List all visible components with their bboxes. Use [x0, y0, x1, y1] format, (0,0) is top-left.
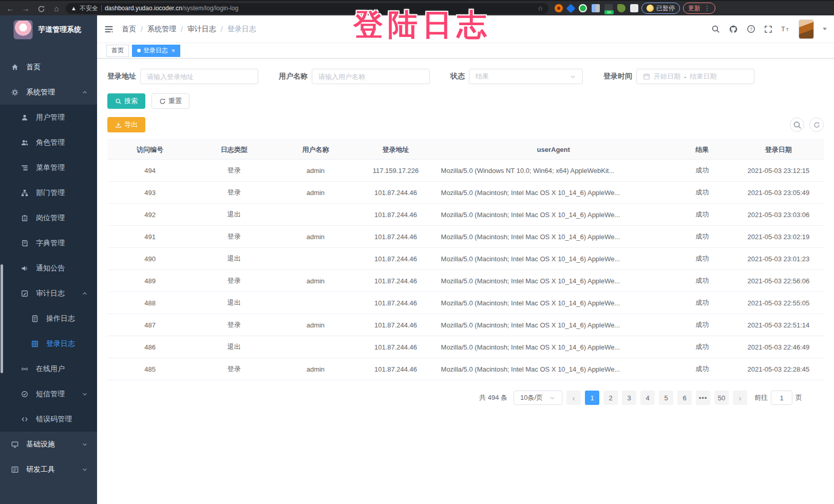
browser-forward-icon[interactable]: →: [20, 4, 32, 13]
sidebar-item-5[interactable]: 部门管理: [0, 180, 97, 205]
sidebar-item-2[interactable]: 用户管理: [0, 105, 97, 130]
topbar: 首页/系统管理/审计日志/登录日志 ? TT: [97, 15, 834, 43]
sidebar-item-3[interactable]: 角色管理: [0, 130, 97, 155]
close-icon[interactable]: ×: [172, 47, 175, 54]
sidebar-item-11[interactable]: 登录日志: [0, 331, 97, 356]
ext-green-icon[interactable]: [579, 4, 587, 12]
reset-button[interactable]: 重置: [151, 93, 189, 109]
sidebar-item-1[interactable]: 系统管理: [0, 80, 97, 105]
sidebar-item-0[interactable]: 首页: [0, 54, 97, 80]
sidebar-item-9[interactable]: 审计日志: [0, 281, 97, 306]
browser-home-icon[interactable]: ⌂: [50, 4, 63, 13]
column-header-5: 结果: [671, 140, 733, 160]
chevron-down-icon[interactable]: [823, 28, 827, 30]
export-button[interactable]: 导出: [107, 117, 145, 132]
sidebar-item-label: 基础设施: [26, 440, 55, 449]
svg-text:T: T: [781, 25, 785, 33]
sidebar-item-14[interactable]: 错误码管理: [0, 406, 97, 432]
sidebar-item-label: 登录日志: [46, 339, 75, 348]
username-input[interactable]: [312, 69, 430, 84]
fullscreen-icon[interactable]: [764, 25, 772, 33]
date-range-picker[interactable]: 开始日期 - 结束日期: [636, 69, 754, 84]
sidebar-item-8[interactable]: 通知公告: [0, 256, 97, 281]
breadcrumb-item-0[interactable]: 首页: [122, 25, 136, 34]
login-address-input[interactable]: [140, 69, 258, 84]
tab-1[interactable]: 登录日志×: [132, 45, 180, 57]
search-icon[interactable]: [711, 25, 720, 33]
browser-reload-icon[interactable]: [35, 4, 47, 13]
browser-update-button[interactable]: 更新 ⋮: [683, 3, 715, 14]
more-pages-button[interactable]: •••: [696, 391, 710, 405]
github-icon[interactable]: [729, 25, 738, 34]
ext-leaf-icon[interactable]: [617, 4, 626, 12]
sidebar-item-4[interactable]: 菜单管理: [0, 155, 97, 180]
table-cell: 101.87.244.46: [355, 336, 435, 358]
browser-back-icon[interactable]: ←: [4, 4, 16, 13]
app-logo-row[interactable]: 芋道管理系统: [0, 15, 97, 44]
column-header-1: 日志类型: [193, 140, 275, 160]
table-cell: 491: [107, 226, 193, 248]
hamburger-icon[interactable]: [104, 25, 113, 34]
sidebar-item-label: 操作日志: [46, 314, 75, 323]
ext-diamond-icon[interactable]: [566, 4, 575, 13]
page-button-50[interactable]: 50: [714, 391, 729, 405]
table-cell: 2021-05-03 23:05:49: [733, 182, 824, 204]
ext-orange-icon[interactable]: [555, 4, 563, 12]
sidebar-item-7[interactable]: 字典管理: [0, 230, 97, 256]
goto-page-input[interactable]: [771, 391, 792, 405]
page-button-5[interactable]: 5: [659, 391, 673, 405]
svg-text:?: ?: [750, 27, 752, 32]
table-header-row: 访问编号日志类型用户名称登录地址userAgent结果登录日期: [107, 140, 824, 160]
sidebar-scrollbar[interactable]: [1, 264, 3, 373]
sidebar-item-15[interactable]: 基础设施: [0, 432, 97, 457]
browser-menu-icon[interactable]: ⋮: [704, 5, 710, 12]
bookmark-star-icon[interactable]: ☆: [537, 5, 543, 12]
table-cell: [275, 336, 355, 358]
sidebar-item-12[interactable]: 在线用户: [0, 356, 97, 381]
page-button-1[interactable]: 1: [585, 391, 599, 405]
not-secure-label: 不安全: [80, 4, 98, 13]
table-cell: Mozilla/5.0 (Macintosh; Intel Mac OS X 1…: [436, 248, 671, 270]
sidebar-menu: 首页系统管理用户管理角色管理菜单管理部门管理岗位管理字典管理通知公告审计日志操作…: [0, 54, 97, 504]
tab-0[interactable]: 首页: [106, 45, 129, 57]
page-button-4[interactable]: 4: [640, 391, 655, 405]
page-button-6[interactable]: 6: [677, 391, 692, 405]
page-button-3[interactable]: 3: [622, 391, 636, 405]
ext-grid-icon[interactable]: [592, 4, 600, 12]
profile-paused-chip[interactable]: 已暂停: [641, 3, 680, 14]
table-cell: 登录: [193, 160, 275, 182]
login-log-table: 访问编号日志类型用户名称登录地址userAgent结果登录日期 494登录adm…: [107, 140, 824, 380]
page-button-2[interactable]: 2: [603, 391, 618, 405]
table-cell: 101.87.244.46: [355, 182, 435, 204]
ext-list-on-icon[interactable]: [604, 4, 613, 12]
ext-puzzle-icon[interactable]: [630, 4, 638, 12]
sidebar-item-13[interactable]: 短信管理: [0, 381, 97, 406]
table-row: 485登录admin101.87.244.46Mozilla/5.0 (Maci…: [107, 358, 824, 380]
refresh-table-button[interactable]: [809, 118, 824, 132]
search-button[interactable]: 搜索: [107, 93, 145, 109]
status-select[interactable]: 结果: [469, 69, 583, 84]
user-avatar[interactable]: [799, 20, 814, 39]
sidebar-item-label: 角色管理: [36, 138, 65, 147]
breadcrumb-item-1[interactable]: 系统管理: [147, 25, 176, 34]
table-cell: Mozilla/5.0 (Macintosh; Intel Mac OS X 1…: [436, 204, 671, 226]
table-cell: 成功: [671, 182, 733, 204]
breadcrumb-item-2[interactable]: 审计日志: [187, 25, 216, 34]
table-cell: 486: [107, 336, 193, 358]
sidebar-item-label: 菜单管理: [36, 163, 65, 172]
toggle-search-button[interactable]: [790, 118, 804, 132]
sidebar-item-6[interactable]: 岗位管理: [0, 205, 97, 230]
url-bar[interactable]: ▲ 不安全 dashboard.yudao.iocoder.cn/system/…: [66, 3, 548, 14]
sidebar-item-10[interactable]: 操作日志: [0, 306, 97, 331]
prev-page-button[interactable]: ‹: [566, 391, 581, 405]
not-secure-warning-icon: ▲: [71, 5, 77, 11]
sidebar-item-label: 字典管理: [36, 239, 65, 248]
next-page-button[interactable]: ›: [733, 391, 747, 405]
sidebar-item-label: 用户管理: [36, 113, 65, 122]
profile-emoji-avatar: [647, 5, 654, 12]
app-logo: [13, 20, 33, 40]
sidebar-item-16[interactable]: 研发工具: [0, 457, 97, 482]
page-size-select[interactable]: 10条/页: [514, 391, 562, 405]
font-size-icon[interactable]: TT: [781, 25, 790, 33]
help-icon[interactable]: ?: [747, 25, 755, 33]
